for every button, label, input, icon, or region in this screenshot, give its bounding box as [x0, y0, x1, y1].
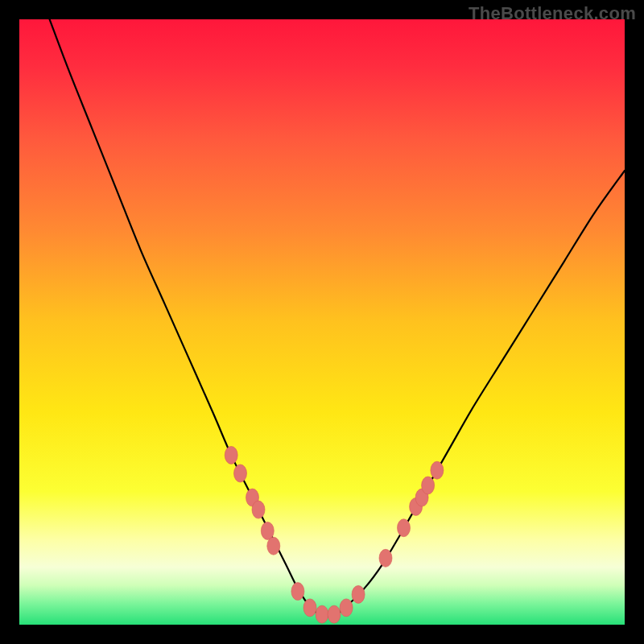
data-marker: [234, 464, 247, 482]
data-marker: [398, 519, 411, 537]
watermark-text: TheBottleneck.com: [469, 3, 636, 24]
data-marker: [422, 477, 435, 494]
data-marker: [303, 599, 316, 617]
data-marker: [316, 605, 328, 623]
data-marker: [431, 461, 444, 479]
data-marker: [379, 549, 392, 567]
data-marker: [225, 446, 237, 464]
data-marker: [291, 583, 304, 601]
data-marker: [352, 585, 365, 603]
chart-frame: TheBottleneck.com: [0, 0, 644, 644]
bottleneck-curve-plot: [19, 19, 625, 625]
data-marker: [267, 537, 280, 555]
data-marker: [340, 599, 353, 617]
data-marker: [328, 605, 341, 623]
data-marker: [261, 522, 274, 539]
data-marker: [252, 501, 265, 518]
gradient-background: [19, 19, 625, 625]
